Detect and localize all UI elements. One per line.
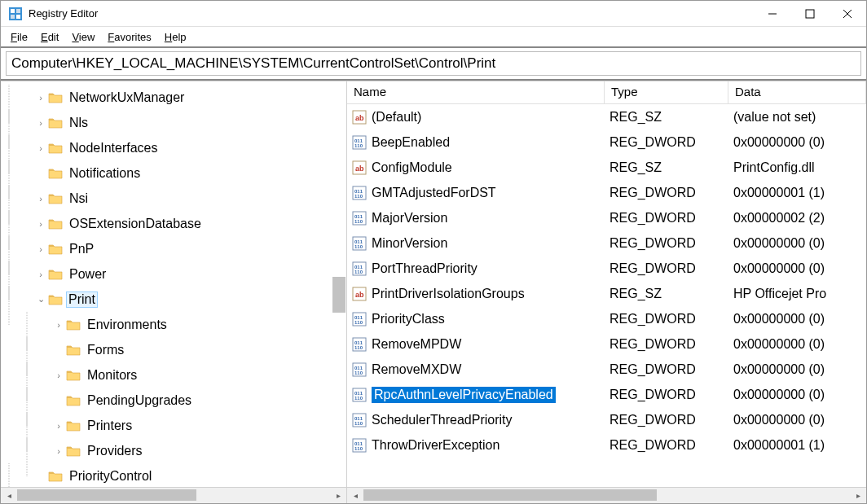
tree-item[interactable]: Notifications [1,160,346,186]
tree-item[interactable]: ›Providers [1,438,346,463]
value-row[interactable]: abPrintDriverIsolationGroupsREG_SZHP Off… [347,281,866,306]
minimize-button[interactable] [754,1,791,26]
value-data: 0x00000001 (1) [728,186,866,200]
value-row[interactable]: 011110RemoveMPDWREG_DWORD0x00000000 (0) [347,331,866,357]
value-name: ThrowDriverException [372,438,500,453]
column-header-name[interactable]: Name [347,81,605,103]
value-row[interactable]: abConfigModuleREG_SZPrintConfig.dll [347,155,866,180]
tree-item-label: Forms [87,343,124,357]
tree-item[interactable]: PendingUpgrades [1,388,346,413]
tree-item[interactable]: ›Monitors [1,362,346,388]
tree-item[interactable]: ›NetworkUxManager [1,85,346,110]
tree-hscroll-thumb[interactable] [17,489,196,501]
tree-item[interactable]: Forms [1,337,346,362]
chevron-down-icon[interactable]: ⌄ [35,294,46,305]
value-type: REG_DWORD [605,312,728,327]
chevron-right-icon[interactable]: › [53,421,64,431]
tree-item-label: PnP [69,242,94,256]
value-list[interactable]: ab(Default)REG_SZ(value not set)011110Be… [347,104,866,487]
tree-item-label: Nls [69,116,88,129]
value-type: REG_DWORD [605,362,728,377]
tree-item[interactable]: ›Nsi [1,186,346,211]
svg-text:110: 110 [354,396,363,401]
tree-item[interactable]: ›OSExtensionDatabase [1,211,346,236]
value-data: (value not set) [728,110,866,125]
chevron-right-icon[interactable]: › [35,270,46,279]
tree-item[interactable]: ›NodeInterfaces [1,135,346,160]
value-data: 0x00000000 (0) [728,236,866,251]
value-data: 0x00000000 (0) [728,413,866,427]
value-name: RemoveMPDW [372,337,461,352]
value-name: GMTAdjustedForDST [372,186,496,200]
chevron-right-icon[interactable]: › [35,143,46,153]
value-data: 0x00000002 (2) [728,211,866,226]
menu-favorites[interactable]: Favorites [101,29,157,45]
tree[interactable]: ›NetworkUxManager›Nls›NodeInterfacesNoti… [1,81,346,487]
value-name: RemoveMXDW [372,362,461,377]
chevron-right-icon[interactable]: › [35,244,46,254]
menu-view[interactable]: View [65,29,101,45]
value-type: REG_DWORD [605,135,728,150]
tree-item[interactable]: ⌄Print [1,287,346,312]
value-name: ConfigModule [372,160,452,175]
value-row[interactable]: 011110GMTAdjustedForDSTREG_DWORD0x000000… [347,180,866,205]
value-data: 0x00000000 (0) [728,362,866,377]
chevron-right-icon[interactable]: › [35,118,46,128]
scroll-left-icon[interactable]: ◂ [347,488,363,503]
window-title: Registry Editor [29,7,754,20]
close-button[interactable] [829,1,866,26]
value-name: (Default) [372,110,421,125]
value-type: REG_SZ [605,160,728,175]
value-row[interactable]: 011110ThrowDriverExceptionREG_DWORD0x000… [347,432,866,458]
titlebar: Registry Editor [1,1,866,27]
tree-item[interactable]: ›Power [1,261,346,287]
value-row[interactable]: 011110MajorVersionREG_DWORD0x00000002 (2… [347,205,866,230]
scroll-right-icon[interactable]: ▸ [330,488,346,503]
value-row[interactable]: 011110BeepEnabledREG_DWORD0x00000000 (0) [347,129,866,155]
value-row[interactable]: 011110PortThreadPriorityREG_DWORD0x00000… [347,256,866,281]
maximize-button[interactable] [791,1,829,26]
column-header-type[interactable]: Type [605,81,728,103]
chevron-right-icon[interactable]: › [35,194,46,204]
tree-item[interactable]: PriorityControl [1,463,346,487]
value-row[interactable]: 011110RemoveMXDWREG_DWORD0x00000000 (0) [347,357,866,382]
chevron-right-icon[interactable]: › [53,446,64,456]
chevron-right-icon[interactable]: › [35,93,46,103]
tree-item[interactable]: ›Environments [1,312,346,337]
tree-item-label: PendingUpgrades [87,393,191,407]
tree-item[interactable]: ›PnP [1,236,346,261]
tree-item-label: Power [69,267,106,281]
list-hscroll[interactable]: ◂ ▸ [347,487,866,503]
svg-text:ab: ab [355,164,364,173]
column-header-data[interactable]: Data [728,81,866,103]
list-hscroll-thumb[interactable] [363,489,657,501]
chevron-right-icon[interactable]: › [53,370,64,380]
menu-edit[interactable]: Edit [34,29,65,45]
tree-hscroll[interactable]: ◂ ▸ [1,487,346,503]
svg-text:110: 110 [354,320,363,325]
tree-item[interactable]: ›Nls [1,110,346,135]
svg-rect-1 [11,9,15,13]
address-bar-container: Computer\HKEY_LOCAL_MACHINE\SYSTEM\Curre… [1,46,866,81]
value-type: REG_SZ [605,287,728,301]
list-pane: Name Type Data ab(Default)REG_SZ(value n… [347,81,866,503]
value-row[interactable]: 011110RpcAuthnLevelPrivacyEnabledREG_DWO… [347,382,866,407]
svg-text:110: 110 [354,370,363,375]
address-bar[interactable]: Computer\HKEY_LOCAL_MACHINE\SYSTEM\Curre… [6,51,861,76]
svg-text:110: 110 [354,421,363,426]
value-row[interactable]: 011110PriorityClassREG_DWORD0x00000000 (… [347,306,866,331]
menu-help[interactable]: Help [158,29,193,45]
value-type: REG_DWORD [605,438,728,453]
chevron-right-icon[interactable]: › [53,320,64,330]
value-name: PortThreadPriority [372,261,478,276]
value-row[interactable]: ab(Default)REG_SZ(value not set) [347,104,866,129]
value-row[interactable]: 011110MinorVersionREG_DWORD0x00000000 (0… [347,230,866,256]
menu-file[interactable]: File [4,29,34,45]
scroll-left-icon[interactable]: ◂ [1,488,17,503]
chevron-right-icon[interactable]: › [35,219,46,229]
scroll-right-icon[interactable]: ▸ [850,488,866,503]
tree-item[interactable]: ›Printers [1,413,346,438]
value-row[interactable]: 011110SchedulerThreadPriorityREG_DWORD0x… [347,407,866,432]
value-type: REG_DWORD [605,413,728,427]
svg-text:ab: ab [355,114,364,122]
